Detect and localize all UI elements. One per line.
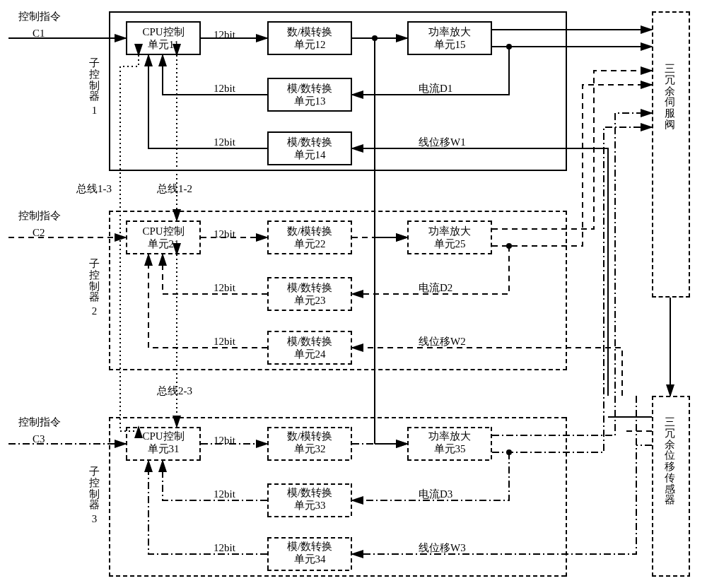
input-label-c3: 控制指令 (17, 417, 62, 428)
adc-i-3: 模/数转换 单元33 (267, 483, 352, 517)
group-name-2: 子控制器 2 (89, 259, 100, 317)
group-name-3: 子控制器 3 (89, 466, 100, 525)
adc-w-3: 模/数转换 单元34 (267, 537, 352, 571)
input-sig-c2: C2 (31, 228, 47, 238)
adc-i-2: 模/数转换 单元23 (267, 277, 352, 311)
bus-12: 总线1-2 (156, 184, 194, 194)
input-sig-c3: C3 (31, 434, 47, 445)
bits-1b: 12bit (212, 83, 237, 94)
group-name-1: 子控制器 1 (89, 58, 100, 117)
bits-3c: 12bit (212, 543, 237, 553)
disp-1: 线位移W1 (417, 137, 467, 148)
cur-2: 电流D2 (417, 283, 454, 293)
bits-1c: 12bit (212, 137, 237, 148)
bits-2c: 12bit (212, 336, 237, 347)
adc-w-1: 模/数转换 单元14 (267, 131, 352, 165)
disp-3: 线位移W3 (417, 543, 467, 553)
servo-valve (652, 11, 690, 298)
input-label-c2: 控制指令 (17, 211, 62, 221)
cpu-2: CPU控制 单元21 (126, 220, 201, 254)
bits-2a: 12bit (212, 229, 237, 240)
bus-23: 总线2-3 (156, 386, 194, 396)
cpu-3: CPU控制 单元31 (126, 427, 201, 461)
disp-2: 线位移W2 (417, 336, 467, 347)
amp-1: 功率放大 单元15 (407, 21, 492, 55)
dac-3: 数/模转换 单元32 (267, 427, 352, 461)
bits-3a: 12bit (212, 435, 237, 446)
adc-w-2: 模/数转换 单元24 (267, 331, 352, 365)
bits-3b: 12bit (212, 489, 237, 500)
cur-1: 电流D1 (417, 83, 454, 94)
bits-2b: 12bit (212, 283, 237, 293)
dac-1: 数/模转换 单元12 (267, 21, 352, 55)
bits-1a: 12bit (212, 30, 237, 40)
input-label-c1: 控制指令 (17, 11, 62, 22)
cpu-1: CPU控制 单元11 (126, 21, 201, 55)
servo-valve-label: 三冗余伺服阀 (665, 64, 675, 131)
cur-3: 电流D3 (417, 489, 454, 500)
amp-2: 功率放大 单元25 (407, 220, 492, 254)
bus-13: 总线1-3 (75, 184, 113, 194)
adc-i-1: 模/数转换 单元13 (267, 78, 352, 112)
input-sig-c1: C1 (31, 28, 47, 39)
amp-3: 功率放大 单元35 (407, 427, 492, 461)
dac-2: 数/模转换 单元22 (267, 220, 352, 254)
disp-sensor-label: 三冗余位移传感器 (665, 417, 675, 506)
diagram-canvas: 三冗余伺服阀 三冗余位移传感器 控制指令 C1 子控制器 1 CPU控制 单元1… (0, 0, 707, 588)
